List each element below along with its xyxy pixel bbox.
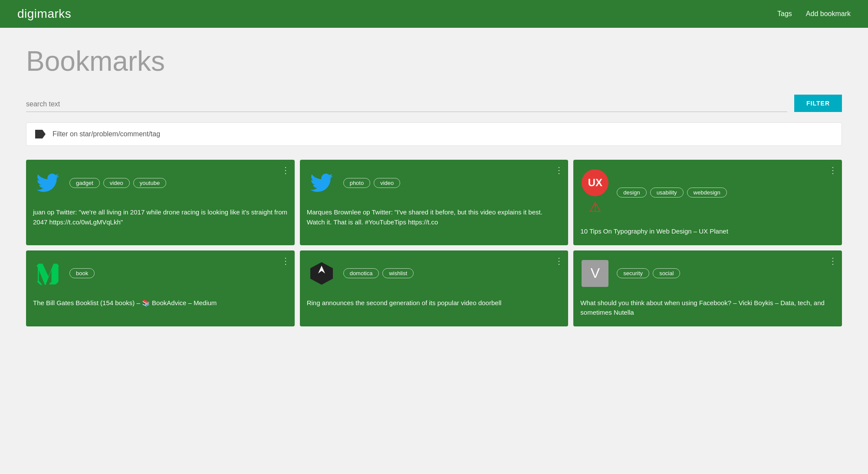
- search-section: FILTER: [26, 95, 842, 112]
- card-header: UX ⚠ designusabilitywebdesign ⋮: [573, 160, 842, 223]
- card-menu-button[interactable]: ⋮: [829, 166, 838, 174]
- card-body: juan op Twitter: "we're all living in 20…: [26, 204, 295, 245]
- card-header: photovideo ⋮: [300, 160, 569, 204]
- card-menu-button[interactable]: ⋮: [555, 166, 564, 174]
- medium-icon: [34, 260, 61, 287]
- tags-row: book: [69, 268, 289, 278]
- twitter-icon: [34, 169, 61, 196]
- card-text: The Bill Gates Booklist (154 books) – 📚 …: [33, 299, 217, 306]
- ring-icon: [308, 260, 335, 287]
- filter-button[interactable]: FILTER: [794, 95, 842, 112]
- card-header: V securitysocial ⋮: [573, 250, 842, 295]
- card-icon-wrapper: UX ⚠: [573, 166, 617, 219]
- tag-chip[interactable]: design: [617, 188, 646, 198]
- warning-icon: ⚠: [589, 199, 602, 215]
- tags-row: securitysocial: [617, 268, 836, 278]
- v-icon: V: [582, 260, 608, 287]
- tag-chip[interactable]: photo: [343, 178, 371, 188]
- tag-chip[interactable]: gadget: [69, 178, 100, 188]
- card-body: What should you think about when using F…: [573, 295, 842, 326]
- ux-icon: UX: [582, 169, 608, 196]
- tag-chip[interactable]: wishlist: [382, 268, 414, 278]
- filter-bar[interactable]: Filter on star/problem/comment/tag: [26, 122, 842, 146]
- bookmark-card: UX ⚠ designusabilitywebdesign ⋮ 10 Tips …: [573, 160, 842, 245]
- bookmarks-grid: gadgetvideoyoutube ⋮ juan op Twitter: "w…: [26, 160, 842, 326]
- card-body: 10 Tips On Typography in Web Design – UX…: [573, 223, 842, 245]
- card-header: domoticawishlist ⋮: [300, 250, 569, 295]
- tags-link[interactable]: Tags: [777, 10, 792, 18]
- tags-row: domoticawishlist: [343, 268, 562, 278]
- tags-row: photovideo: [343, 178, 562, 188]
- bookmark-card: domoticawishlist ⋮ Ring announces the se…: [300, 250, 569, 326]
- card-icon-wrapper: [26, 166, 69, 200]
- tags-row: gadgetvideoyoutube: [69, 178, 289, 188]
- filter-bar-text: Filter on star/problem/comment/tag: [53, 130, 160, 138]
- tag-chip[interactable]: book: [69, 268, 95, 278]
- card-menu-button[interactable]: ⋮: [281, 257, 290, 265]
- card-body: Marques Brownlee op Twitter: "I've share…: [300, 204, 569, 245]
- header: digimarks Tags Add bookmark: [0, 0, 868, 28]
- bookmark-card: photovideo ⋮ Marques Brownlee op Twitter…: [300, 160, 569, 245]
- card-menu-button[interactable]: ⋮: [829, 257, 838, 265]
- main-content: Bookmarks FILTER Filter on star/problem/…: [0, 28, 868, 344]
- tag-chip[interactable]: security: [617, 268, 649, 278]
- card-header: book ⋮: [26, 250, 295, 295]
- bookmark-card: gadgetvideoyoutube ⋮ juan op Twitter: "w…: [26, 160, 295, 245]
- card-menu-button[interactable]: ⋮: [555, 257, 564, 265]
- card-text: juan op Twitter: "we're all living in 20…: [33, 208, 287, 226]
- tag-chip[interactable]: usability: [650, 188, 684, 198]
- card-menu-button[interactable]: ⋮: [281, 166, 290, 174]
- page-title: Bookmarks: [26, 45, 842, 77]
- tag-chip[interactable]: domotica: [343, 268, 379, 278]
- bookmark-card: V securitysocial ⋮ What should you think…: [573, 250, 842, 326]
- tag-chip[interactable]: video: [374, 178, 400, 188]
- tag-chip[interactable]: social: [653, 268, 680, 278]
- card-icon-wrapper: [300, 166, 343, 200]
- card-icon-wrapper: [300, 257, 343, 290]
- tags-row: designusabilitywebdesign: [617, 188, 836, 198]
- tag-chip[interactable]: video: [103, 178, 130, 188]
- tag-filter-icon: [35, 130, 46, 138]
- card-text: What should you think about when using F…: [580, 299, 825, 316]
- card-body: The Bill Gates Booklist (154 books) – 📚 …: [26, 295, 295, 326]
- card-icon-wrapper: V: [573, 257, 617, 290]
- card-header: gadgetvideoyoutube ⋮: [26, 160, 295, 204]
- tag-chip[interactable]: youtube: [133, 178, 166, 188]
- add-bookmark-link[interactable]: Add bookmark: [806, 10, 851, 18]
- search-input[interactable]: [26, 97, 787, 112]
- tag-chip[interactable]: webdesign: [687, 188, 727, 198]
- bookmark-card: book ⋮ The Bill Gates Booklist (154 book…: [26, 250, 295, 326]
- card-text: Marques Brownlee op Twitter: "I've share…: [307, 208, 542, 226]
- card-icon-wrapper: [26, 257, 69, 290]
- twitter-icon: [308, 169, 335, 196]
- card-text: 10 Tips On Typography in Web Design – UX…: [580, 227, 728, 235]
- card-text: Ring announces the second generation of …: [307, 299, 502, 306]
- app-title: digimarks: [17, 7, 71, 21]
- svg-marker-0: [310, 262, 333, 285]
- card-body: Ring announces the second generation of …: [300, 295, 569, 326]
- header-nav: Tags Add bookmark: [777, 10, 851, 18]
